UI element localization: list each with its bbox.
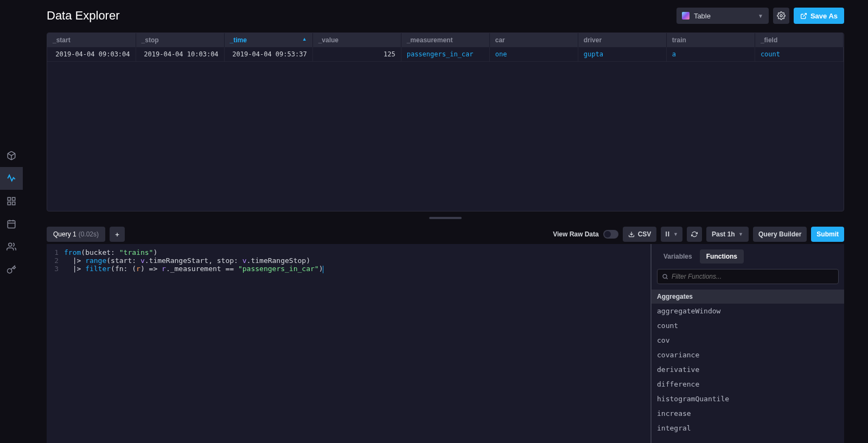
export-icon [800,12,807,20]
cell: 125 [312,47,401,62]
function-item[interactable]: cov [652,333,844,348]
csv-label: CSV [638,230,652,238]
query-builder-label: Query Builder [758,230,801,238]
function-item[interactable]: count [652,318,844,333]
search-icon [662,273,668,280]
function-search[interactable] [657,269,839,284]
flux-editor[interactable]: 1from(bucket: "trains")2 |> range(start:… [47,244,652,443]
nav-cube-icon[interactable] [0,144,23,167]
pause-icon: II [665,230,670,238]
function-item[interactable]: histogramQuantile [652,391,844,406]
cell: count [755,47,843,62]
svg-rect-5 [8,221,15,228]
svg-rect-3 [12,202,15,205]
functions-panel: VariablesFunctions Aggregates aggregateW… [652,244,844,443]
cell: gupta [578,47,666,62]
add-query-button[interactable]: + [110,227,125,242]
side-tab-variables[interactable]: Variables [657,249,699,264]
col-_field[interactable]: _field [755,33,843,47]
visualization-dropdown[interactable]: Table ▼ [676,8,769,24]
time-range-label: Past 1h [712,230,735,238]
cell: 2019-04-04 09:03:04 [47,47,136,62]
function-item[interactable]: aggregateWindow [652,304,844,318]
nav-grid-icon[interactable] [0,190,23,213]
results-table: _start_stop_time▲_value_measurementcardr… [47,33,844,62]
col-_stop[interactable]: _stop [136,33,224,47]
query-toolbar: Query 1 (0.02s) + View Raw Data CSV II ▼ [47,224,844,244]
nav-people-icon[interactable] [0,235,23,258]
function-item[interactable]: difference [652,377,844,391]
download-icon [628,231,635,237]
cell: 2019-04-04 09:53:37 [224,47,312,62]
results-panel: _start_stop_time▲_value_measurementcardr… [47,33,844,211]
side-tab-functions[interactable]: Functions [700,249,744,264]
caret-down-icon: ▼ [738,232,743,237]
cell: 2019-04-04 10:03:04 [136,47,224,62]
save-as-button[interactable]: Save As [794,8,844,24]
query-tab-name: Query 1 [53,230,76,238]
col-car[interactable]: car [489,33,578,47]
settings-button[interactable] [773,8,789,24]
visualization-label: Table [694,12,711,20]
col-_start[interactable]: _start [47,33,136,47]
resize-handle[interactable] [47,211,844,224]
raw-data-toggle[interactable] [603,230,618,239]
query-builder-button[interactable]: Query Builder [753,227,807,242]
refresh-button[interactable] [687,227,702,242]
caret-down-icon: ▼ [673,232,678,237]
svg-point-9 [9,243,12,246]
cell: one [489,47,578,62]
pause-dropdown[interactable]: II ▼ [661,227,682,242]
col-_time[interactable]: _time▲ [224,33,312,47]
col-driver[interactable]: driver [578,33,666,47]
cell: passengers_in_car [401,47,489,62]
function-item[interactable]: derivative [652,362,844,377]
col-_value[interactable]: _value [312,33,401,47]
save-as-label: Save As [810,12,838,20]
svg-line-13 [666,278,667,279]
function-group-header: Aggregates [652,290,844,304]
col-_measurement[interactable]: _measurement [401,33,489,47]
nav-key-icon[interactable] [0,258,23,281]
function-item[interactable]: covariance [652,348,844,362]
svg-rect-2 [12,197,15,200]
cell: a [666,47,755,62]
svg-point-12 [663,274,667,278]
query-tab[interactable]: Query 1 (0.02s) [47,227,105,242]
page-title: Data Explorer [47,9,120,23]
submit-label: Submit [816,230,839,238]
nav-explore-icon[interactable] [0,167,23,190]
function-item[interactable]: integral [652,421,844,435]
function-search-input[interactable] [672,273,834,280]
refresh-icon [691,231,698,237]
csv-button[interactable]: CSV [623,227,657,242]
time-range-dropdown[interactable]: Past 1h ▼ [706,227,749,242]
raw-data-label: View Raw Data [553,230,598,238]
gear-icon [777,11,786,20]
query-tab-timing: (0.02s) [79,230,99,238]
function-item[interactable]: increase [652,406,844,421]
nav-rail [0,0,23,443]
col-train[interactable]: train [666,33,755,47]
caret-down-icon: ▼ [758,13,763,19]
sort-asc-icon: ▲ [302,36,307,42]
svg-rect-1 [8,197,10,200]
svg-rect-4 [8,202,10,205]
chart-type-chip-icon [682,12,690,20]
svg-point-10 [780,15,782,17]
nav-calendar-icon[interactable] [0,213,23,235]
submit-button[interactable]: Submit [811,227,844,242]
table-row[interactable]: 2019-04-04 09:03:042019-04-04 10:03:0420… [47,47,844,62]
